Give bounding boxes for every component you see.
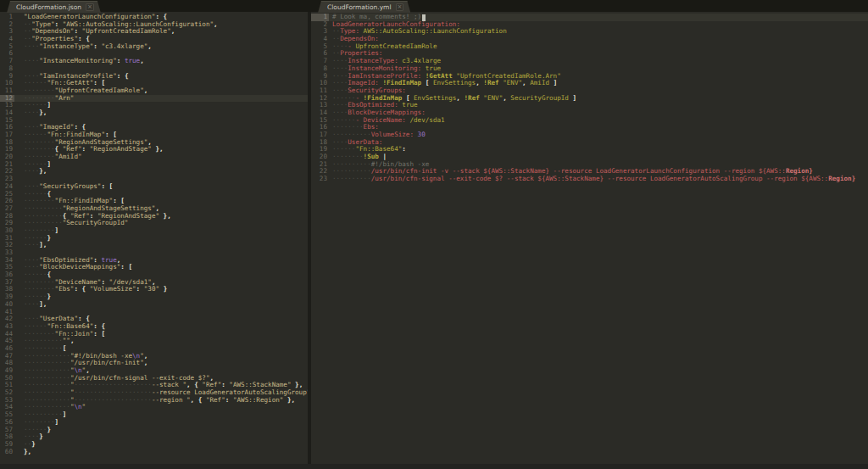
token-val: UpfrontCreatedIamRole: [355, 42, 437, 50]
token-s: "UserData": [39, 315, 78, 322]
token-p: : {: [74, 123, 86, 131]
token-sh: /usr/bin/cfn-signal --exit-code $? --sta…: [371, 175, 828, 182]
token-s: "InstanceMonitoring": [39, 57, 116, 64]
close-icon[interactable]: ×: [396, 3, 404, 11]
token-p: : {: [74, 285, 89, 293]
code-line[interactable]: 22····},: [0, 168, 308, 176]
token-val: AmiId: [526, 79, 549, 87]
code-line[interactable]: 19······"Fn::Base64":: [311, 146, 868, 154]
bottom-scrollbar-trough[interactable]: [0, 464, 868, 469]
tab-cloudformation-json[interactable]: CloudFormation.json ×: [7, 1, 101, 13]
token-s: "Fn::GetAtt": [47, 79, 93, 87]
token-s: "Properties": [31, 35, 78, 42]
code-line[interactable]: 32····],: [0, 242, 308, 249]
token-p: [: [63, 344, 67, 352]
token-s: ": [82, 403, 86, 410]
token-sh: /usr/bin/cfn-init -v --stack ${AWS::Stac…: [371, 167, 786, 175]
token-w: ········: [24, 226, 55, 234]
token-key: EbsOptimized:: [348, 101, 398, 109]
token-p: :: [101, 278, 108, 286]
token-s: "BlockDeviceMappings": [39, 263, 120, 271]
token-s: "SecurityGroupId": [63, 219, 129, 226]
token-w: ····: [24, 256, 39, 264]
token-w: ····: [24, 42, 39, 50]
token-w: ····: [24, 72, 39, 80]
token-w: ······: [332, 94, 355, 102]
tab-cloudformation-yml[interactable]: CloudFormation.yml ×: [318, 1, 410, 13]
tab-bar: CloudFormation.json × CloudFormation.yml…: [0, 0, 868, 12]
token-w: ········: [332, 153, 364, 160]
token-w: ······: [24, 101, 47, 109]
code-line[interactable]: 14····},: [0, 109, 308, 117]
token-p: },: [292, 381, 303, 388]
code-text: ····"InstanceMonitoring": true,: [14, 58, 144, 65]
token-s: "UpfrontCreatedIamRole": [55, 87, 144, 94]
token-w: ··: [24, 27, 31, 35]
code-line[interactable]: 15······- DeviceName: /dev/sda1: [311, 117, 868, 125]
token-key: UserData:: [348, 138, 382, 146]
code-line[interactable]: 5····"InstanceType": "c3.4xlarge",: [0, 43, 308, 51]
code-line[interactable]: 58····}: [0, 433, 308, 441]
code-text: },: [14, 449, 31, 456]
code-text: ··········/usr/bin/cfn-signal --exit-cod…: [329, 176, 855, 183]
token-tag: !Ref: [480, 79, 499, 87]
token-key: BlockDeviceMappings:: [348, 109, 425, 116]
editor-pane-json[interactable]: 1"LoadGeneratorLaunchConfiguration": {2·…: [0, 12, 308, 469]
token-w: ··········: [24, 410, 63, 418]
token-w: ··: [24, 20, 31, 28]
token-val: "Fn::Base64": [355, 145, 402, 153]
token-s: "AWS::AutoScaling::LaunchConfiguration": [63, 20, 214, 28]
token-w: ····: [332, 87, 348, 94]
token-w: ············: [24, 374, 70, 382]
token-w: ··: [24, 440, 31, 448]
token-p: : {: [155, 13, 167, 20]
token-w: ······: [332, 116, 355, 124]
token-tag: !Ref: [460, 94, 480, 102]
editor-pane-yaml[interactable]: 1# Look ma, comments! ;) 2LoadGeneratorL…: [311, 12, 868, 469]
token-w: ········: [24, 278, 55, 286]
token-s: "RegionAndStageSettings": [63, 204, 156, 212]
token-s: --stack ": [152, 381, 186, 388]
code-line[interactable]: 23··········/usr/bin/cfn-signal --exit-c…: [311, 176, 868, 183]
code-line[interactable]: 7····"InstanceMonitoring": true,: [0, 58, 308, 65]
token-w: ············: [24, 381, 70, 388]
code-line[interactable]: 3··Type: AWS::AutoScaling::LaunchConfigu…: [311, 28, 868, 36]
token-p: },: [159, 212, 171, 220]
token-shb: Region}: [786, 167, 813, 175]
token-w: ····: [24, 263, 39, 271]
token-p: ,: [140, 57, 144, 64]
token-w: ······: [24, 190, 47, 198]
token-p: ,: [147, 42, 152, 50]
code-area-json[interactable]: 1"LoadGeneratorLaunchConfiguration": {2·…: [0, 12, 308, 455]
token-s: "Fn::FindInMap": [55, 197, 114, 204]
code-line[interactable]: 5····- UpfrontCreatedIamRole: [311, 43, 868, 51]
token-p: {: [55, 145, 63, 153]
code-line[interactable]: 60},: [0, 449, 308, 456]
code-text: [14, 117, 24, 125]
code-line[interactable]: 59··}: [0, 441, 308, 449]
token-w: ··: [332, 49, 340, 57]
token-w: ····: [332, 138, 348, 146]
code-text: ····},: [14, 168, 47, 176]
code-line[interactable]: 40····],: [0, 301, 308, 309]
token-w: ······: [24, 271, 47, 278]
token-w: ····: [24, 109, 39, 116]
token-s: --region ": [152, 396, 191, 404]
code-area-yaml[interactable]: 1# Look ma, comments! ;) 2LoadGeneratorL…: [311, 12, 868, 183]
token-s: "Fn::FindInMap": [47, 131, 105, 138]
token-w: ········: [24, 94, 55, 102]
token-w: ········: [24, 138, 55, 146]
token-val: c3.4xlarge: [398, 57, 441, 64]
token-s: "SecurityGroups": [39, 182, 101, 190]
code-line[interactable]: 17··········VolumeSize: 30: [311, 131, 868, 139]
token-p: , {: [191, 396, 206, 404]
token-w: ············: [24, 388, 70, 396]
code-line[interactable]: 57······}: [0, 427, 308, 434]
token-s: "Ref": [202, 381, 221, 388]
close-icon[interactable]: ×: [86, 3, 94, 11]
token-val: "ENV": [499, 79, 522, 87]
token-w: ····: [24, 241, 39, 248]
token-p: },: [152, 145, 164, 153]
token-p: ]: [47, 101, 51, 109]
token-val: "UpfrontCreatedIamRole.Arn": [453, 72, 561, 80]
